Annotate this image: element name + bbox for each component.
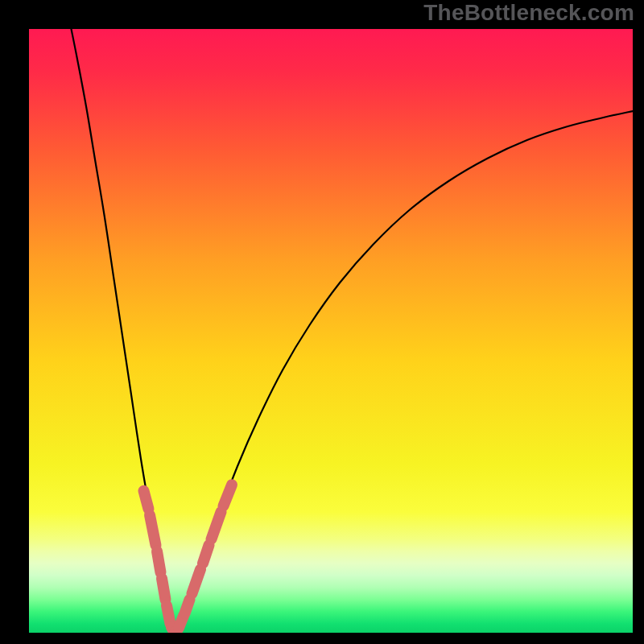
marker-segment (162, 579, 166, 600)
marker-segment (144, 491, 149, 510)
chart-svg (29, 29, 633, 633)
marker-segment (203, 545, 209, 564)
marker-segment (224, 485, 233, 506)
chart-frame: TheBottleneck.com (0, 0, 644, 644)
watermark-text: TheBottleneck.com (423, 0, 634, 26)
marker-segment (192, 569, 201, 593)
marker-segment (167, 605, 171, 624)
marker-segment (185, 600, 190, 613)
gradient-background (29, 29, 633, 633)
marker-segment (157, 551, 161, 572)
marker-segment (150, 515, 156, 546)
plot-area (29, 29, 633, 633)
